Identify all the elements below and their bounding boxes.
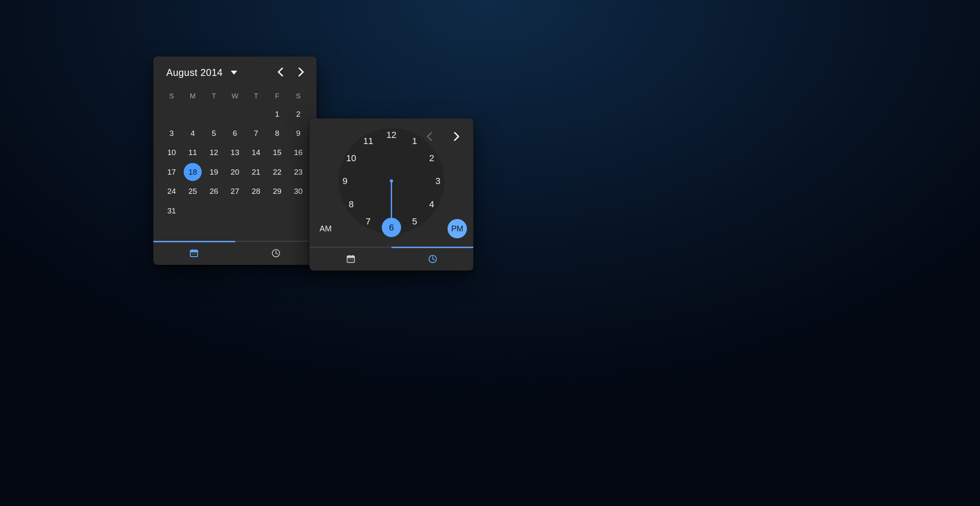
clock-hour[interactable]: 5: [405, 211, 424, 231]
calendar-day-number: 10: [167, 148, 176, 157]
calendar-day[interactable]: 14: [245, 143, 267, 162]
next-month-button[interactable]: [291, 62, 312, 82]
calendar-day-number: 13: [231, 148, 239, 157]
clock-hand: [391, 181, 392, 223]
calendar-day[interactable]: 16: [288, 143, 309, 162]
calendar-day-number: 19: [209, 167, 218, 176]
clock-hour[interactable]: 10: [341, 148, 361, 167]
calendar-icon: [345, 254, 356, 264]
am-button[interactable]: AM: [316, 219, 335, 238]
calendar-day[interactable]: 21: [245, 162, 267, 182]
calendar-day[interactable]: 3: [161, 124, 183, 143]
chevron-right-icon: [298, 67, 304, 76]
calendar-day[interactable]: 11: [182, 143, 203, 162]
calendar-day-number: 7: [254, 129, 258, 138]
calendar-day[interactable]: 22: [267, 162, 288, 182]
calendar-day-number: 24: [167, 187, 176, 196]
calendar-day-number: 16: [294, 148, 303, 157]
calendar-day[interactable]: 28: [245, 182, 267, 201]
clock-center-dot: [390, 179, 393, 182]
calendar-day[interactable]: 20: [225, 162, 246, 182]
calendar-day[interactable]: 2: [288, 104, 309, 123]
weekday-label: T: [245, 89, 267, 103]
calendar-day[interactable]: 7: [245, 124, 267, 143]
dropdown-arrow-icon[interactable]: [230, 71, 237, 74]
calendar-icon: [189, 248, 199, 258]
calendar-day-empty: [182, 104, 203, 123]
clock-hour[interactable]: 7: [359, 211, 378, 231]
clock-hour[interactable]: 3: [428, 171, 448, 190]
calendar-day[interactable]: 1: [267, 104, 288, 123]
calendar-day-empty: [225, 104, 246, 123]
calendar-day-number: 3: [169, 129, 174, 138]
weekday-label: T: [203, 89, 225, 103]
svg-rect-10: [348, 255, 349, 257]
calendar-day[interactable]: 19: [203, 162, 225, 182]
calendar-day[interactable]: 25: [182, 182, 203, 201]
calendar-day[interactable]: 9: [288, 124, 309, 143]
tab-date[interactable]: [154, 242, 235, 265]
clock-hour[interactable]: 12: [382, 124, 401, 144]
svg-point-12: [348, 260, 349, 260]
calendar-day-number: 17: [167, 167, 176, 176]
calendar-days-grid: 1234567891011121314151617181920212223242…: [154, 104, 317, 220]
calendar-day-number: 23: [294, 167, 303, 176]
calendar-day-number: 5: [212, 129, 216, 138]
calendar-day[interactable]: 17: [161, 162, 183, 182]
calendar-day[interactable]: 12: [203, 143, 225, 162]
calendar-day[interactable]: 26: [203, 182, 225, 201]
calendar-day[interactable]: 15: [267, 143, 288, 162]
calendar-day-number: 6: [233, 129, 237, 138]
time-next-button[interactable]: [446, 126, 467, 147]
calendar-day-number: 30: [294, 187, 303, 196]
svg-point-5: [194, 254, 194, 255]
tab-time[interactable]: [392, 247, 474, 271]
calendar-day[interactable]: 10: [161, 143, 183, 162]
calendar-day-number: 31: [167, 206, 176, 215]
clock-hour[interactable]: 4: [422, 194, 441, 213]
calendar-day-number: 9: [296, 129, 301, 138]
clock-hour[interactable]: 2: [422, 148, 441, 167]
weekday-label: S: [288, 89, 309, 103]
calendar-day-number: 8: [275, 129, 280, 138]
calendar-day[interactable]: 13: [225, 143, 246, 162]
calendar-day[interactable]: 8: [267, 124, 288, 143]
tab-date[interactable]: [310, 247, 392, 271]
calendar-day[interactable]: 27: [225, 182, 246, 201]
time-picker-body: 121234567891011 AM PM: [310, 118, 473, 246]
calendar-day[interactable]: 5: [203, 124, 225, 143]
svg-rect-3: [196, 249, 196, 251]
calendar-day[interactable]: 23: [288, 162, 309, 182]
calendar-day[interactable]: 24: [161, 182, 183, 201]
tab-time[interactable]: [235, 242, 316, 265]
calendar-day[interactable]: 29: [267, 182, 288, 201]
calendar-day-number: 14: [252, 148, 261, 157]
svg-rect-2: [192, 249, 193, 251]
clock-hour[interactable]: 8: [341, 194, 361, 213]
calendar-day-number: 2: [296, 109, 301, 118]
clock-face-container: 121234567891011: [339, 128, 444, 233]
calendar-day-number: 18: [184, 163, 202, 181]
calendar-day-empty: [203, 104, 225, 123]
calendar-day-number: 25: [188, 187, 197, 196]
clock-hour[interactable]: 11: [359, 131, 378, 150]
clock-hour[interactable]: 1: [405, 131, 424, 150]
weekday-label: W: [225, 89, 246, 103]
date-picker-card: August 2014 SMTWTFS 12345678910111213141…: [154, 57, 317, 265]
pm-button[interactable]: PM: [448, 219, 467, 238]
prev-month-button[interactable]: [270, 62, 291, 82]
chevron-left-icon: [277, 67, 284, 76]
calendar-day[interactable]: 4: [182, 124, 203, 143]
calendar-day[interactable]: 31: [161, 201, 183, 220]
clock-hour[interactable]: 6: [382, 217, 401, 237]
calendar-day[interactable]: 30: [288, 182, 309, 201]
month-year-label: August 2014: [166, 67, 223, 78]
svg-rect-1: [191, 250, 198, 252]
time-picker-tabs: [310, 247, 473, 271]
calendar-day[interactable]: 6: [225, 124, 246, 143]
clock-hour[interactable]: 9: [335, 171, 354, 190]
date-picker-tabs: [154, 241, 317, 264]
calendar-day[interactable]: 18: [182, 162, 203, 182]
weekday-header-row: SMTWTFS: [154, 89, 317, 103]
calendar-day-number: 15: [273, 148, 281, 157]
